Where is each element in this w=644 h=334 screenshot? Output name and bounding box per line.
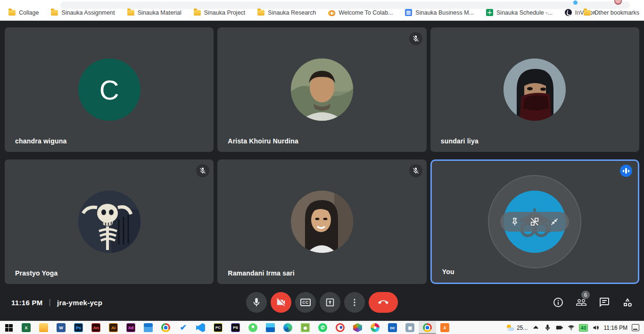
- tray-clock[interactable]: 11:16 PM: [604, 325, 627, 331]
- taskbar-animate[interactable]: An: [87, 321, 105, 334]
- participant-name: Prastyo Yoga: [15, 269, 58, 277]
- clock: 11:16 PM: [11, 299, 43, 307]
- tile-hover-actions: [500, 212, 569, 232]
- taskbar-chrome[interactable]: [157, 321, 174, 334]
- taskbar-xampp[interactable]: x: [436, 321, 454, 334]
- taskbar-flower-app[interactable]: [366, 321, 384, 334]
- taskbar-illustrator[interactable]: Ai: [105, 321, 122, 334]
- weather-icon: [506, 325, 514, 331]
- extension-icon[interactable]: [573, 0, 578, 5]
- screen: Collage Sinauka Assignment Sinauka Mater…: [0, 0, 644, 334]
- bookmark-collage[interactable]: Collage: [8, 9, 39, 16]
- taskbar-mail[interactable]: [262, 321, 279, 334]
- taskbar-pycharm[interactable]: PC: [209, 321, 227, 334]
- more-options-button[interactable]: [344, 292, 365, 313]
- present-button[interactable]: [320, 292, 340, 313]
- start-button[interactable]: [0, 321, 17, 334]
- weather-temp: 25...: [517, 325, 528, 331]
- taskbar-phpstorm[interactable]: PS: [227, 321, 244, 334]
- more-vertical-icon: [349, 297, 360, 308]
- participant-name: Ramandani Irma sari: [228, 269, 295, 277]
- taskbar-calendar[interactable]: [140, 321, 157, 334]
- taskbar-vscode[interactable]: [192, 321, 209, 334]
- tray-wifi-icon[interactable]: [567, 324, 575, 332]
- taskbar-hexagon-app[interactable]: [349, 321, 366, 334]
- bookmark-sinauka-material[interactable]: Sinauka Material: [127, 9, 182, 16]
- participant-tile-arista[interactable]: Arista Khoiru Nurdina: [217, 27, 426, 152]
- participant-tile-you[interactable]: You: [430, 159, 639, 284]
- remove-tile-icon[interactable]: [529, 217, 540, 227]
- tray-volume-icon[interactable]: [592, 324, 600, 332]
- chat-button[interactable]: [598, 296, 611, 309]
- bookmarks-separator: [578, 8, 578, 17]
- captions-icon: CC: [300, 299, 311, 306]
- camera-off-button[interactable]: [271, 292, 291, 313]
- photo-avatar: [504, 58, 566, 121]
- illustrator-icon: Ai: [109, 323, 118, 332]
- taskbar-red-swirl-app[interactable]: [331, 321, 349, 334]
- participants-grid: C chandra wiguna: [0, 21, 644, 284]
- taskbar-check-app[interactable]: ✔: [174, 321, 192, 334]
- bookmark-sinauka-business[interactable]: Sinauka Business M...: [405, 9, 474, 16]
- taskbar-whatsapp[interactable]: ✆: [314, 321, 331, 334]
- participants-button[interactable]: 6: [575, 296, 587, 309]
- weather-widget[interactable]: 25...: [506, 325, 528, 331]
- taskbar-xd[interactable]: Xd: [122, 321, 140, 334]
- mic-icon: [251, 297, 262, 308]
- taskbar-file-explorer[interactable]: [35, 321, 52, 334]
- taskbar-meet-camera-app[interactable]: ▣: [401, 321, 419, 334]
- photo-avatar: [291, 191, 353, 253]
- bookmark-colab[interactable]: Welcome To Colab...: [328, 9, 393, 16]
- taskbar-edge[interactable]: [279, 321, 297, 334]
- pycharm-icon: PC: [214, 323, 223, 332]
- folder-icon: [194, 10, 201, 16]
- battery-percent-badge[interactable]: 40: [579, 324, 587, 332]
- bookmark-label: Collage: [19, 9, 39, 16]
- present-icon: [325, 297, 335, 308]
- video-app-icon: ▣: [405, 323, 414, 332]
- android-icon: [248, 323, 257, 332]
- taskbar-photoshop[interactable]: Ps: [70, 321, 87, 334]
- leave-call-button[interactable]: [369, 292, 398, 313]
- taskbar-excel[interactable]: X: [17, 321, 35, 334]
- action-center-icon[interactable]: [632, 324, 639, 332]
- captions-button[interactable]: CC: [295, 292, 316, 313]
- camera-off-icon: [276, 297, 286, 308]
- participant-name: chandra wiguna: [15, 137, 66, 145]
- participant-tile-prastyo[interactable]: Prastyo Yoga: [5, 159, 214, 284]
- taskbar-word[interactable]: W: [52, 321, 70, 334]
- activities-button[interactable]: [621, 296, 634, 309]
- minimize-icon[interactable]: [549, 217, 560, 227]
- excel-icon: X: [22, 323, 31, 332]
- bookmark-sinauka-assignment[interactable]: Sinauka Assignment: [51, 9, 115, 16]
- meeting-code: jra-ymek-ycp: [57, 299, 102, 307]
- oc-app-icon: oc: [388, 323, 397, 332]
- check-icon: ✔: [179, 323, 188, 332]
- meet-main: C chandra wiguna: [0, 21, 644, 321]
- taskbar-camera-app[interactable]: ◉: [297, 321, 314, 334]
- taskbar-chrome-active[interactable]: [419, 321, 436, 334]
- taskbar-oc-app[interactable]: oc: [384, 321, 401, 334]
- participant-tile-ramandani[interactable]: Ramandani Irma sari: [217, 159, 426, 284]
- tray-chevron-up-icon[interactable]: [532, 324, 539, 332]
- meeting-details-button[interactable]: [552, 296, 564, 309]
- xampp-icon: x: [440, 323, 449, 332]
- bookmark-sinauka-project[interactable]: Sinauka Project: [194, 9, 246, 16]
- pin-icon[interactable]: [510, 217, 520, 227]
- participant-tile-chandra[interactable]: C chandra wiguna: [5, 27, 214, 152]
- tray-mic-icon[interactable]: [544, 324, 551, 332]
- avatar: [291, 58, 353, 121]
- camera-app-icon: ◉: [301, 323, 310, 332]
- bookmark-sinauka-research[interactable]: Sinauka Research: [257, 9, 316, 16]
- meet-control-bar: 11:16 PM | jra-ymek-ycp CC: [0, 284, 644, 321]
- animate-icon: An: [91, 323, 100, 332]
- bookmark-label: Welcome To Colab...: [339, 9, 393, 16]
- tray-battery-icon[interactable]: [555, 324, 563, 332]
- mail-icon: [266, 323, 275, 332]
- bookmark-sinauka-schedule[interactable]: Sinauka Schedule -...: [486, 9, 553, 16]
- participant-tile-sundari[interactable]: sundari liya: [430, 27, 639, 152]
- address-bar[interactable]: [60, 1, 630, 9]
- other-bookmarks-button[interactable]: Other bookmarks: [584, 9, 639, 16]
- taskbar-android[interactable]: [244, 321, 262, 334]
- mic-button[interactable]: [246, 292, 267, 313]
